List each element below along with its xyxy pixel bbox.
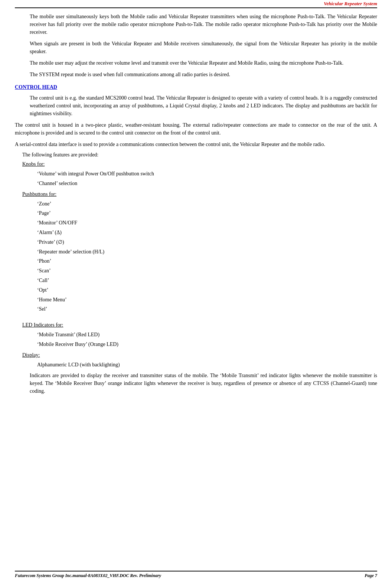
knobs-item-2: ‘Channel’ selection	[37, 179, 377, 188]
pushbuttons-item-5: ‘Private’ (∅)	[37, 238, 377, 247]
knobs-heading: Knobs for:	[22, 160, 377, 168]
footer-right: Page 7	[365, 573, 377, 579]
knobs-item-1: ‘Volume’ with integral Power On/Off push…	[37, 169, 377, 178]
pushbuttons-section: Pushbuttons for: ‘Zone’ ‘Page’ ‘Monitor’…	[22, 190, 377, 314]
display-heading: Display:	[22, 351, 377, 359]
pushbuttons-item-1: ‘Zone’	[37, 200, 377, 208]
led-heading: LED Indicators for:	[22, 321, 377, 329]
pushbuttons-item-11: ‘Home Menu’	[37, 295, 377, 304]
paragraph-8: The following features are provided:	[22, 152, 377, 158]
display-item-1: Alphanumeric LCD (with backlighting)	[37, 360, 377, 369]
led-section: LED Indicators for: ‘Mobile Transmit’ (R…	[22, 321, 377, 349]
led-item-1: ‘Mobile Transmit’ (Red LED)	[37, 330, 377, 339]
paragraph-6: The control unit is housed in a two-piec…	[15, 121, 377, 137]
pushbuttons-item-9: ‘Call’	[37, 276, 377, 285]
pushbuttons-item-7: ‘Phon’	[37, 257, 377, 266]
paragraph-2: When signals are present in both the Veh…	[30, 40, 377, 55]
header-bar: Vehicular Repeater System	[15, 0, 377, 8]
footer-left: Futurecom Systems Group Inc.manual-8A083…	[15, 573, 161, 579]
pushbuttons-item-4: ‘Alarm’ (Δ)	[37, 228, 377, 237]
pushbuttons-item-6: ‘Repeater mode’ selection (H/L)	[37, 247, 377, 256]
pushbuttons-item-12: ‘Sel’	[37, 305, 377, 314]
paragraph-3: The mobile user may adjust the receiver …	[30, 59, 377, 67]
paragraph-5: The control unit is e.g. the standard MC…	[30, 94, 377, 117]
pushbuttons-item-10: ‘Opt’	[37, 286, 377, 295]
paragraph-9: Indicators are provided to display the r…	[30, 372, 377, 395]
control-head-heading: CONTROL HEAD	[15, 84, 377, 90]
paragraph-7: A serial-control data interface is used …	[15, 140, 377, 148]
pushbuttons-item-2: ‘Page’	[37, 209, 377, 218]
footer-bar: Futurecom Systems Group Inc.manual-8A083…	[15, 571, 377, 579]
led-item-2: ‘Mobile Receiver Busy’ (Orange LED)	[37, 340, 377, 349]
pushbuttons-item-8: ‘Scan’	[37, 266, 377, 275]
paragraph-4: The SYSTEM repeat mode is used when full…	[30, 71, 377, 78]
pushbuttons-item-3: ‘Monitor’ ON/OFF	[37, 218, 377, 227]
header-title: Vehicular Repeater System	[324, 1, 377, 7]
knobs-section: Knobs for: ‘Volume’ with integral Power …	[22, 160, 377, 188]
pushbuttons-heading: Pushbuttons for:	[22, 190, 377, 198]
paragraph-1: The mobile user simultaneously keys both…	[30, 13, 377, 36]
display-section: Display: Alphanumeric LCD (with backligh…	[22, 351, 377, 369]
